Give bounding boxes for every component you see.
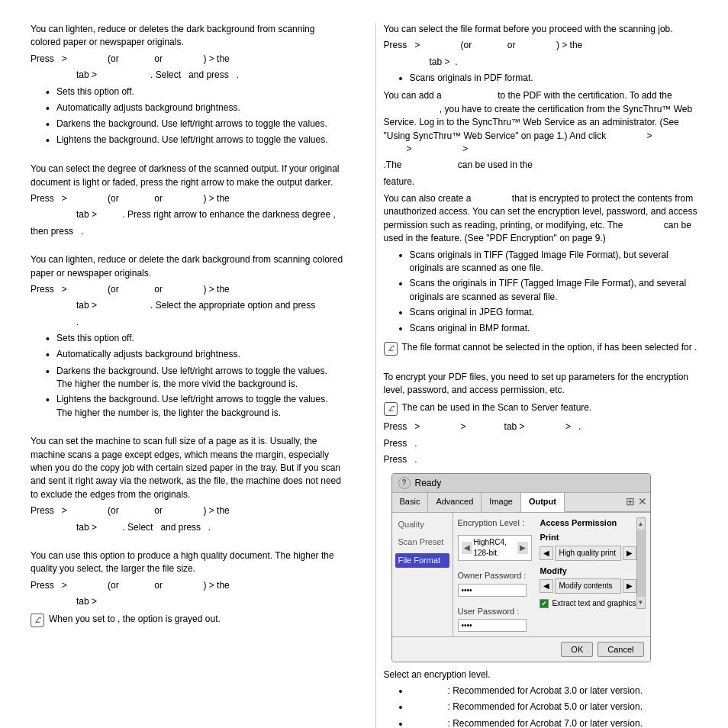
dialog-nav-quality[interactable]: Quality: [395, 517, 449, 532]
bullet-text: Automatically adjusts background brightn…: [56, 348, 345, 362]
bullet-item: • Lightens the background. Use left/righ…: [46, 134, 345, 147]
bullet-item: • Scans originals in TIFF (Tagged Image …: [399, 249, 698, 275]
right-section-2: To encrypt your PDF files, you need to s…: [384, 371, 698, 728]
bullet-dot: •: [46, 118, 56, 131]
bullet-dot: •: [399, 249, 410, 275]
dialog-nav-panel: Quality Scan Preset File Format: [392, 513, 453, 636]
bullet-text: Scans originals in TIFF (Tagged Image Fi…: [410, 249, 698, 275]
owner-password-input[interactable]: [458, 584, 527, 597]
dialog-title-icon: ?: [398, 477, 411, 489]
print-left-btn[interactable]: ◀: [540, 546, 553, 560]
right-s1-note3: feature.: [384, 176, 698, 188]
bullet-item: • Scans original in BMP format.: [399, 322, 698, 336]
print-row: ◀ High quality print ▶: [540, 546, 636, 561]
bullet-item: • Darkens the background. Use left/right…: [46, 365, 345, 391]
right-s2-enc-bullets: • : Recommended for Acrobat 3.0 or later…: [399, 685, 698, 728]
user-password-input[interactable]: [458, 619, 527, 632]
bullet-dot: •: [399, 717, 410, 728]
page-container: You can lighten, reduce or deletes the d…: [0, 0, 728, 728]
left-column: You can lighten, reduce or deletes the d…: [31, 23, 353, 728]
extract-checkbox[interactable]: ✓: [540, 599, 549, 608]
dropdown-left-arrow[interactable]: ◀: [462, 542, 472, 554]
checkbox-check: ✓: [541, 599, 547, 609]
left-s2-press: Press > (or or ) > the: [31, 192, 345, 205]
encryption-dropdown[interactable]: ◀ HighRC4, 128-bit ▶: [458, 535, 533, 561]
dialog-content: Quality Scan Preset File Format Encrypti…: [392, 513, 650, 636]
bullet-dot: •: [46, 85, 56, 99]
right-s1-note2: .The can be used in the: [384, 159, 698, 172]
right-s1-para: You can select the file format before yo…: [384, 23, 698, 36]
bullet-text: Sets this option off.: [56, 85, 345, 99]
dropdown-right-arrow[interactable]: ▶: [517, 542, 528, 554]
left-s2-tab2: then press .: [31, 225, 345, 238]
scrollbar[interactable]: ▲ ▼: [636, 517, 646, 609]
print-section: Print ◀ High quality print ▶: [540, 532, 636, 560]
encryption-value: HighRC4, 128-bit: [474, 537, 517, 559]
left-s3-bullets: • Sets this option off. • Automatically …: [46, 332, 345, 420]
bullet-text: Scans the originals in TIFF (Tagged Imag…: [410, 277, 698, 304]
bullet-dot: •: [46, 393, 56, 420]
right-s2-para: To encrypt your PDF files, you need to s…: [384, 371, 698, 398]
bullet-text: Lightens the background. Use left/right …: [56, 134, 345, 147]
bullet-text: Scans original in BMP format.: [410, 322, 698, 336]
user-password-label: User Password :: [458, 606, 533, 617]
modify-right-btn[interactable]: ▶: [623, 579, 636, 593]
bullet-text: Automatically adjusts background brightn…: [56, 101, 345, 115]
bullet-text: Lightens the background. Use left/right …: [56, 393, 345, 420]
access-permission-label: Access Permission: [540, 517, 636, 529]
bullet-dot: •: [399, 685, 410, 698]
note-icon: 𝓛: [31, 614, 44, 627]
bullet-dot: •: [399, 322, 410, 336]
left-s2-para: You can select the degree of darkness of…: [31, 163, 345, 189]
right-s1-tab: tab > .: [430, 56, 698, 69]
dialog-icon-1: ⊞: [626, 494, 635, 510]
bullet-dot: •: [46, 134, 56, 147]
right-s2-select: Select an encryption level.: [384, 668, 698, 681]
dialog-middle-panel: Encryption Level : ◀ HighRC4, 128-bit ▶ …: [458, 517, 533, 632]
right-s1-note4: You can also create a that is encrypted …: [384, 192, 698, 246]
encryption-level-label: Encryption Level :: [458, 517, 533, 529]
right-column: You can select the file format before yo…: [375, 23, 698, 728]
bullet-dot: •: [46, 365, 56, 391]
print-right-btn[interactable]: ▶: [623, 546, 636, 560]
scroll-down[interactable]: ▼: [636, 597, 646, 608]
bullet-item: • : Recommended for Acrobat 7.0 or later…: [399, 717, 698, 728]
bullet-dot: •: [399, 277, 410, 304]
note-icon: 𝓛: [384, 342, 398, 356]
bullet-dot: •: [399, 701, 410, 714]
print-value: High quality print: [555, 546, 620, 561]
dialog-nav-scan-preset[interactable]: Scan Preset: [395, 535, 449, 549]
cancel-button[interactable]: Cancel: [598, 642, 643, 657]
right-s2-press1: Press > > tab > > .: [384, 420, 698, 433]
bullet-text: : Recommended for Acrobat 5.0 or later v…: [410, 701, 698, 714]
left-section-5: You can use this option to produce a hig…: [31, 549, 345, 628]
bullet-text: : Recommended for Acrobat 7.0 or later v…: [410, 717, 698, 728]
right-s1-press: Press > (or or ) > the: [384, 39, 698, 52]
left-s4-tab: tab > . Select and press .: [76, 521, 345, 534]
ok-button[interactable]: OK: [561, 642, 593, 657]
dialog-tabs: Basic Advanced Image Output ⊞ ✕: [392, 493, 650, 512]
left-s3-tab2: .: [76, 316, 345, 329]
bullet-item: • Automatically adjusts background brigh…: [46, 101, 345, 115]
bullet-item: • Darkens the background. Use left/right…: [46, 118, 345, 131]
modify-row: ◀ Modify contents ▶: [540, 578, 636, 594]
owner-password-label: Owner Password :: [458, 570, 533, 581]
left-s1-press: Press > (or or ) > the: [31, 53, 345, 66]
left-s2-tab: tab > . Press right arrow to enhance the…: [76, 208, 345, 221]
dialog-footer: OK Cancel: [392, 636, 650, 662]
right-s2-press2: Press .: [384, 437, 698, 450]
left-s4-press: Press > (or or ) > the: [31, 504, 345, 517]
tab-basic[interactable]: Basic: [392, 493, 429, 511]
print-label: Print: [540, 532, 636, 543]
right-section-1: You can select the file format before yo…: [384, 23, 698, 356]
left-s1-bullets: • Sets this option off. • Automatically …: [46, 85, 345, 148]
left-s3-tab: tab > . Select the appropriate option an…: [76, 299, 345, 312]
dialog-nav-file-format[interactable]: File Format: [395, 553, 449, 568]
left-s5-para: You can use this option to produce a hig…: [31, 549, 345, 576]
scroll-up[interactable]: ▲: [636, 518, 646, 530]
modify-left-btn[interactable]: ◀: [540, 579, 553, 593]
tab-advanced[interactable]: Advanced: [428, 493, 482, 511]
tab-output[interactable]: Output: [521, 493, 565, 511]
bullet-text: Darkens the background. Use left/right a…: [56, 118, 345, 131]
tab-image[interactable]: Image: [482, 493, 521, 511]
